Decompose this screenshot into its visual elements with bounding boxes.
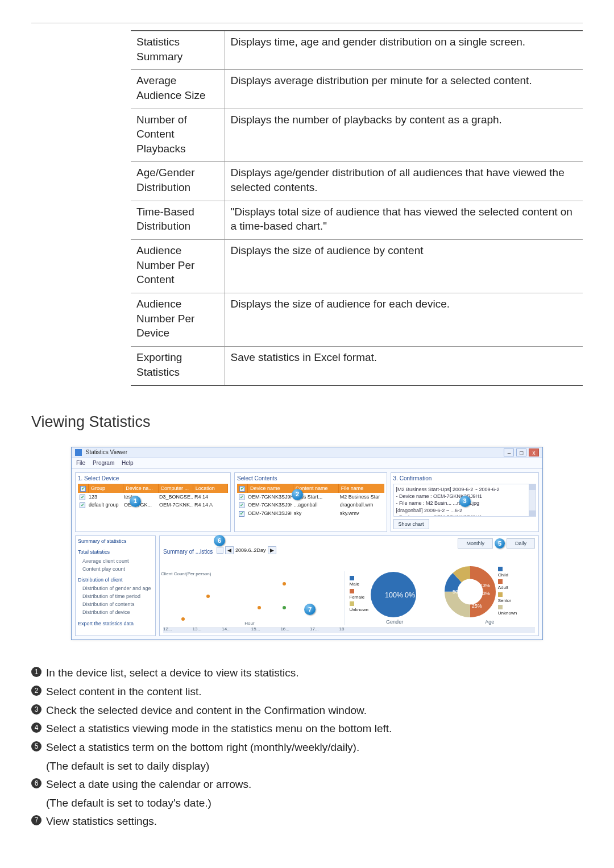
calendar-icon[interactable] [217,547,223,554]
col-location[interactable]: Location [193,484,228,493]
def-desc: "Displays total size of audience that ha… [225,201,583,239]
def-term: Number of Content Playbacks [131,109,225,162]
table-row[interactable]: ✔ 123 testp... D3_BONGSE... R4 14 [78,493,228,501]
tree-item[interactable]: Distribution of time period [82,593,153,600]
chart-label: Gender [350,618,440,625]
checkbox-icon[interactable]: ✔ [80,486,86,492]
content-table-header: ✔ Device name Content name File name [237,484,384,493]
chart-label: Age [445,618,535,625]
period-monthly-tab[interactable]: Monthly [458,538,493,549]
scrollbar[interactable] [529,484,536,516]
col-device-name[interactable]: Device name [248,484,293,493]
def-desc: Save statistics in Excel format. [225,346,583,385]
callout-1: 1 [130,496,141,507]
svg-text:13%: 13% [480,591,490,596]
col-computer[interactable]: Computer ... [159,484,193,493]
col-group[interactable]: Group [89,484,123,493]
statistics-viewer-window: Statistics Viewer – □ x File Program Hel… [71,447,543,641]
svg-text:0%: 0% [405,591,415,599]
x-tick: 18 [339,626,345,633]
tree-total-node[interactable]: Total statistics [78,549,153,555]
age-donut-chart: 13% 13% 25% 50% Child Adult Senior Unkno… [445,566,535,626]
panel-title: 1. Select Device [78,475,228,483]
checkbox-icon[interactable]: ✔ [239,486,245,492]
x-tick: 15... [251,626,260,633]
heading-viewing-statistics: Viewing Statistics [31,412,583,432]
callout-5: 5 [495,538,505,549]
donut-icon: 13% 13% 25% 50% [445,566,496,617]
panel-select-contents: Select Contents ✔ Device name Content na… [234,472,387,533]
checkbox-icon[interactable]: ✔ [239,495,244,500]
window-title-bar[interactable]: Statistics Viewer – □ x [72,447,542,459]
data-point [258,606,261,609]
def-term: Audience Number Per Device [131,293,225,346]
tree-item[interactable]: Average client count [82,558,153,564]
step-note: (The default is set to today's date.) [46,796,583,811]
date-picker[interactable]: ◀ 2009.6..2Day ▶ [217,546,276,554]
window-title: Statistics Viewer [86,449,127,455]
svg-text:50%: 50% [453,589,463,595]
tree-distribution-node[interactable]: Distribution of client [78,576,153,583]
def-desc: Displays the size of audience by content [225,240,583,293]
table-row[interactable]: ✔ OEM-7GKNK3SJ9H1 sky sky.wmv [237,509,384,517]
data-point [283,582,286,585]
date-value: 2009.6..2Day [235,547,266,554]
step-text: View statistics settings. [46,814,583,829]
show-chart-button[interactable]: Show chart [393,519,429,529]
tree-item[interactable]: Content play count [82,566,153,572]
tree-summary-node[interactable]: Summary of statistics [78,538,153,545]
steps-list: 1In the device list, select a device to … [31,666,583,829]
tree-item[interactable]: Distribution of contents [82,601,153,608]
step-bullet: 5 [31,741,42,751]
callout-6: 6 [214,535,225,546]
date-next-button[interactable]: ▶ [268,546,276,554]
tree-item[interactable]: Distribution of gender and age [82,585,153,592]
def-desc: Displays the size of audience for each d… [225,293,583,346]
pie-icon: 100% 0% [371,572,416,617]
checkbox-icon[interactable]: ✔ [239,502,244,508]
checkbox-icon[interactable]: ✔ [80,495,85,500]
date-prev-button[interactable]: ◀ [225,546,234,554]
tree-export-node[interactable]: Export the statistics data [78,620,153,627]
def-term: Age/Gender Distribution [131,162,225,201]
window-close-button[interactable]: x [529,448,539,456]
table-row[interactable]: ✔ OEM-7GKNK3SJ9H1 M... ...ess Start... M… [237,493,384,501]
def-term: Time-Based Distribution [131,201,225,239]
callout-3: 3 [459,496,471,507]
step-bullet: 3 [31,704,42,715]
menu-file[interactable]: File [76,460,85,466]
svg-text:100%: 100% [385,591,403,599]
menu-help[interactable]: Help [122,460,134,466]
checkbox-icon[interactable]: ✔ [80,502,85,508]
menu-program[interactable]: Program [93,460,114,466]
window-minimize-button[interactable]: – [504,448,514,456]
client-count-scatter-chart: Client Count(Per person) 7 Hour 12... 13… [163,571,345,625]
table-row[interactable]: ✔ OEM-7GKNK3SJ9H1 ...agonball dragonball… [237,501,384,509]
step-note: (The default is set to daily display) [46,759,583,774]
panel-title: 3. Confirmation [393,475,536,483]
panel-confirmation: 3. Confirmation [M2 Business Start-Ups] … [391,472,539,533]
panel-title: Select Contents [237,475,384,483]
step-text: Check the selected device and content in… [46,703,583,718]
step-bullet: 6 [31,778,42,788]
data-point [283,606,286,609]
col-device-name[interactable]: Device na... [123,484,158,493]
statistics-content-area: Summary of ...istics 6 ◀ 2009.6..2Day ▶ … [159,535,539,636]
step-text: Select content in the content list. [46,684,583,699]
table-row[interactable]: ✔ default group OEM-7GK... OEM-7GKNK... … [78,501,228,509]
tree-item[interactable]: Distribution of device [82,609,153,616]
window-maximize-button[interactable]: □ [516,448,526,456]
statistics-tree: Summary of statistics Total statistics A… [75,535,156,636]
def-desc: Displays average distribution per minute… [225,70,583,109]
x-tick: 16... [280,626,289,633]
age-legend: Child Adult Senior Unknown [498,566,517,617]
period-daily-tab[interactable]: Daily [507,538,535,549]
col-file-name[interactable]: File name [339,484,384,493]
step-bullet: 1 [31,667,42,677]
top-divider [31,23,583,23]
step-bullet: 7 [31,815,42,825]
step-bullet: 4 [31,722,42,733]
callout-7: 7 [304,604,316,615]
x-tick: 17... [310,626,319,633]
checkbox-icon[interactable]: ✔ [239,511,244,517]
